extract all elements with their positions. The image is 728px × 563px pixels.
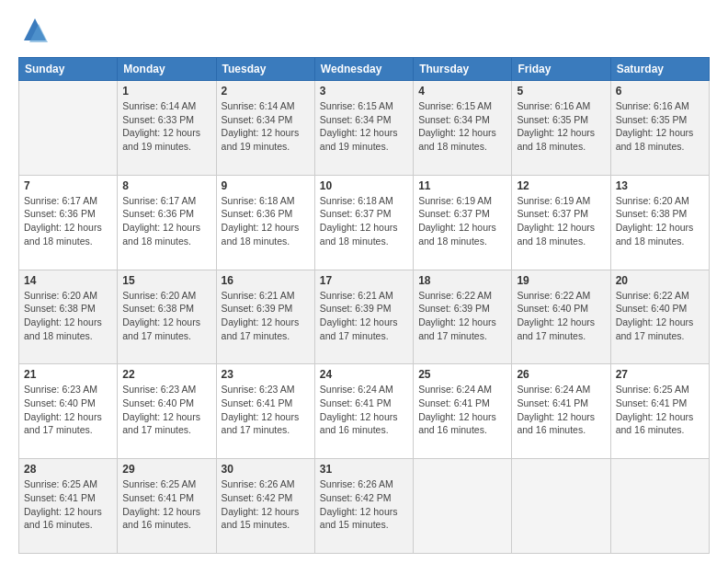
day-info: Sunrise: 6:15 AM Sunset: 6:34 PM Dayligh… [320,99,408,154]
day-number: 8 [122,179,210,192]
day-info: Sunrise: 6:17 AM Sunset: 6:36 PM Dayligh… [122,194,210,248]
day-info: Sunrise: 6:20 AM Sunset: 6:38 PM Dayligh… [122,289,210,343]
day-number: 25 [418,368,506,381]
day-number: 2 [222,85,310,98]
calendar-cell [19,81,118,176]
day-info: Sunrise: 6:21 AM Sunset: 6:39 PM Dayligh… [222,289,310,343]
calendar-cell [512,459,610,554]
calendar-cell: 4Sunrise: 6:15 AM Sunset: 6:34 PM Daylig… [414,81,512,176]
header-wednesday: Wednesday [314,58,413,81]
day-number: 17 [320,274,408,287]
day-number: 3 [320,85,408,98]
calendar-cell: 27Sunrise: 6:25 AM Sunset: 6:41 PM Dayli… [610,364,709,459]
calendar-cell: 10Sunrise: 6:18 AM Sunset: 6:37 PM Dayli… [314,175,413,270]
calendar-header-row: SundayMondayTuesdayWednesdayThursdayFrid… [19,58,710,81]
day-number: 14 [24,274,112,287]
day-info: Sunrise: 6:25 AM Sunset: 6:41 PM Dayligh… [122,477,210,532]
calendar-cell: 17Sunrise: 6:21 AM Sunset: 6:39 PM Dayli… [314,270,413,364]
day-number: 9 [222,179,310,192]
calendar-week-row: 14Sunrise: 6:20 AM Sunset: 6:38 PM Dayli… [19,270,710,364]
day-info: Sunrise: 6:26 AM Sunset: 6:42 PM Dayligh… [320,477,408,532]
day-info: Sunrise: 6:23 AM Sunset: 6:40 PM Dayligh… [122,383,210,437]
day-number: 28 [24,463,112,476]
day-info: Sunrise: 6:24 AM Sunset: 6:41 PM Dayligh… [320,383,408,437]
calendar-cell: 1Sunrise: 6:14 AM Sunset: 6:33 PM Daylig… [118,81,216,176]
day-number: 5 [517,85,605,98]
day-number: 23 [222,368,310,381]
day-info: Sunrise: 6:16 AM Sunset: 6:35 PM Dayligh… [517,99,605,154]
day-info: Sunrise: 6:22 AM Sunset: 6:39 PM Dayligh… [418,289,506,343]
day-info: Sunrise: 6:25 AM Sunset: 6:41 PM Dayligh… [24,477,112,532]
day-number: 20 [616,274,704,287]
day-number: 10 [320,179,408,192]
logo [18,15,55,48]
day-number: 11 [418,179,506,192]
calendar-cell: 11Sunrise: 6:19 AM Sunset: 6:37 PM Dayli… [414,175,512,270]
day-number: 12 [517,179,605,192]
day-number: 4 [418,85,506,98]
calendar-cell: 18Sunrise: 6:22 AM Sunset: 6:39 PM Dayli… [414,270,512,364]
calendar-cell: 25Sunrise: 6:24 AM Sunset: 6:41 PM Dayli… [414,364,512,459]
header-saturday: Saturday [610,58,709,81]
day-number: 18 [418,274,506,287]
logo-icon [18,15,51,48]
day-info: Sunrise: 6:23 AM Sunset: 6:41 PM Dayligh… [222,383,310,437]
page: SundayMondayTuesdayWednesdayThursdayFrid… [0,0,728,563]
day-number: 29 [122,463,210,476]
calendar-cell: 29Sunrise: 6:25 AM Sunset: 6:41 PM Dayli… [118,459,216,554]
calendar-cell [414,459,512,554]
calendar-cell: 5Sunrise: 6:16 AM Sunset: 6:35 PM Daylig… [512,81,610,176]
calendar-cell: 22Sunrise: 6:23 AM Sunset: 6:40 PM Dayli… [118,364,216,459]
calendar-cell: 19Sunrise: 6:22 AM Sunset: 6:40 PM Dayli… [512,270,610,364]
calendar-cell: 12Sunrise: 6:19 AM Sunset: 6:37 PM Dayli… [512,175,610,270]
calendar-cell: 3Sunrise: 6:15 AM Sunset: 6:34 PM Daylig… [314,81,413,176]
day-info: Sunrise: 6:18 AM Sunset: 6:37 PM Dayligh… [320,194,408,248]
day-info: Sunrise: 6:15 AM Sunset: 6:34 PM Dayligh… [418,99,506,154]
calendar-week-row: 7Sunrise: 6:17 AM Sunset: 6:36 PM Daylig… [19,175,710,270]
day-number: 7 [24,179,112,192]
day-info: Sunrise: 6:20 AM Sunset: 6:38 PM Dayligh… [24,289,112,343]
calendar-cell: 15Sunrise: 6:20 AM Sunset: 6:38 PM Dayli… [118,270,216,364]
day-info: Sunrise: 6:22 AM Sunset: 6:40 PM Dayligh… [616,289,704,343]
calendar-table: SundayMondayTuesdayWednesdayThursdayFrid… [18,57,710,554]
calendar-cell [610,459,709,554]
day-number: 13 [616,179,704,192]
day-info: Sunrise: 6:24 AM Sunset: 6:41 PM Dayligh… [418,383,506,437]
header-thursday: Thursday [414,58,512,81]
day-info: Sunrise: 6:24 AM Sunset: 6:41 PM Dayligh… [517,383,605,437]
calendar-cell: 30Sunrise: 6:26 AM Sunset: 6:42 PM Dayli… [216,459,314,554]
calendar-week-row: 21Sunrise: 6:23 AM Sunset: 6:40 PM Dayli… [19,364,710,459]
calendar-cell: 6Sunrise: 6:16 AM Sunset: 6:35 PM Daylig… [610,81,709,176]
header [18,15,710,48]
day-info: Sunrise: 6:25 AM Sunset: 6:41 PM Dayligh… [616,383,704,437]
day-info: Sunrise: 6:20 AM Sunset: 6:38 PM Dayligh… [616,194,704,248]
calendar-cell: 16Sunrise: 6:21 AM Sunset: 6:39 PM Dayli… [216,270,314,364]
day-info: Sunrise: 6:19 AM Sunset: 6:37 PM Dayligh… [418,194,506,248]
day-number: 30 [222,463,310,476]
calendar-cell: 8Sunrise: 6:17 AM Sunset: 6:36 PM Daylig… [118,175,216,270]
day-info: Sunrise: 6:21 AM Sunset: 6:39 PM Dayligh… [320,289,408,343]
day-number: 27 [616,368,704,381]
calendar-cell: 2Sunrise: 6:14 AM Sunset: 6:34 PM Daylig… [216,81,314,176]
calendar-cell: 28Sunrise: 6:25 AM Sunset: 6:41 PM Dayli… [19,459,118,554]
day-number: 1 [122,85,210,98]
day-number: 16 [222,274,310,287]
header-friday: Friday [512,58,610,81]
day-info: Sunrise: 6:14 AM Sunset: 6:34 PM Dayligh… [222,99,310,154]
calendar-cell: 26Sunrise: 6:24 AM Sunset: 6:41 PM Dayli… [512,364,610,459]
day-number: 31 [320,463,408,476]
calendar-cell: 24Sunrise: 6:24 AM Sunset: 6:41 PM Dayli… [314,364,413,459]
day-number: 26 [517,368,605,381]
day-number: 15 [122,274,210,287]
header-tuesday: Tuesday [216,58,314,81]
day-info: Sunrise: 6:16 AM Sunset: 6:35 PM Dayligh… [616,99,704,154]
calendar-cell: 31Sunrise: 6:26 AM Sunset: 6:42 PM Dayli… [314,459,413,554]
day-info: Sunrise: 6:23 AM Sunset: 6:40 PM Dayligh… [24,383,112,437]
calendar-week-row: 28Sunrise: 6:25 AM Sunset: 6:41 PM Dayli… [19,459,710,554]
day-info: Sunrise: 6:17 AM Sunset: 6:36 PM Dayligh… [24,194,112,248]
day-number: 6 [616,85,704,98]
header-monday: Monday [118,58,216,81]
calendar-cell: 23Sunrise: 6:23 AM Sunset: 6:41 PM Dayli… [216,364,314,459]
calendar-cell: 9Sunrise: 6:18 AM Sunset: 6:36 PM Daylig… [216,175,314,270]
calendar-cell: 14Sunrise: 6:20 AM Sunset: 6:38 PM Dayli… [19,270,118,364]
